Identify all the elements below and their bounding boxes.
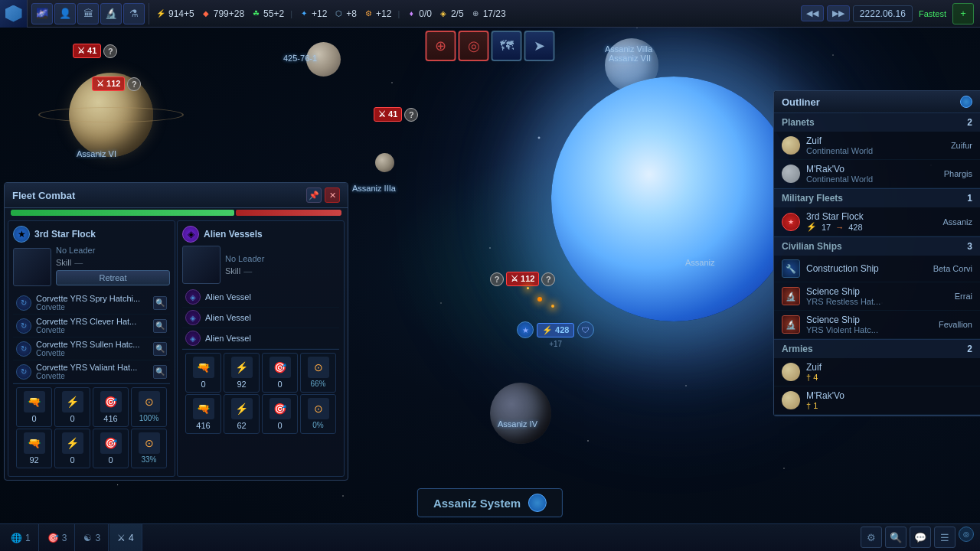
resource-consumer[interactable]: ✦ +12 — [299, 8, 327, 19]
friendly-weapon-4[interactable]: ⊙ 100% — [131, 387, 167, 427]
scan-button-2[interactable]: 🔍 — [153, 319, 167, 333]
enemy-weapon-6[interactable]: ⚡ 62 — [224, 394, 260, 434]
outliner-armies-header[interactable]: Armies 2 — [774, 340, 980, 358]
outliner-construction-ship[interactable]: 🔧 Construction Ship Beta Corvi — [774, 256, 980, 282]
friendly-fleet-marker[interactable]: ★ ⚡ 428 🛡 +17 — [517, 321, 594, 348]
speed-decrease-button[interactable]: ◀◀ — [801, 5, 824, 21]
outliner-science-ship-1[interactable]: 🔬 Science Ship YRS Restless Hat... Errai — [774, 282, 980, 311]
add-button[interactable]: + — [952, 3, 974, 24]
toolbar-combat-button[interactable]: ⊕ — [426, 31, 456, 61]
enemy-ship-row-2[interactable]: ◈ Alien Vessel — [182, 308, 339, 328]
outliner-fleet-3rdflock[interactable]: ★ 3rd Star Flock ⚡ 17 → 428 Assaniz — [774, 207, 980, 236]
outliner-civilian-header[interactable]: Civilian Ships 3 — [774, 237, 980, 256]
outliner-planet-zuif[interactable]: Zuif Continental World Zuifur — [774, 132, 980, 160]
enemy-marker-1[interactable]: ⚔ 41 ? — [73, 44, 117, 58]
minimap-button[interactable]: ◎ — [959, 527, 974, 542]
resource-alloys[interactable]: ⬡ +8 — [333, 8, 357, 19]
empire-emblem-button[interactable] — [0, 0, 28, 28]
enemy-ship-info-3: Alien Vessel — [205, 334, 336, 343]
enemy-q-center: ? — [490, 272, 504, 286]
enemy-ship-row-1[interactable]: ◈ Alien Vessel — [182, 287, 339, 308]
enemy-weapon-3[interactable]: 🎯 0 — [262, 353, 298, 393]
top-right-controls: ◀◀ ▶▶ 2222.06.16 Fastest + — [795, 3, 980, 24]
resource-influence[interactable]: ◈ 2/5 — [438, 8, 464, 19]
nav-species-button[interactable]: 👤 — [54, 3, 76, 24]
enemy-weapon-val-3: 0 — [266, 380, 294, 389]
bottom-chat-button[interactable]: 💬 — [910, 527, 931, 548]
friendly-weapon-5[interactable]: 🔫 92 — [16, 429, 52, 468]
food-value: 55+2 — [263, 8, 284, 19]
enemy-ship-info-2: Alien Vessel — [205, 313, 336, 322]
resource-energy[interactable]: ⚡ 914+5 — [155, 8, 194, 19]
army-info-mrakvo: M'Rak'Vo † 1 — [806, 390, 972, 410]
friendly-weapon-8[interactable]: ⊙ 33% — [131, 429, 167, 468]
friendly-ship-row-3[interactable]: ↻ Corvette YRS Sullen Hatc... Corvette 🔍 — [13, 337, 170, 360]
friendly-weapon-7[interactable]: 🎯 0 — [93, 429, 129, 468]
enemy-weapon-8[interactable]: ⊙ 0% — [300, 394, 336, 434]
sep-1: | — [290, 9, 292, 18]
friendly-ship-row-2[interactable]: ↻ Corvette YRS Clever Hat... Corvette 🔍 — [13, 315, 170, 337]
bottom-settings-button[interactable]: ⚙ — [861, 527, 882, 548]
enemy-weapon-7[interactable]: 🎯 0 — [262, 394, 298, 434]
outliner-planets-header[interactable]: Planets 2 — [774, 113, 980, 132]
combat-spark-3 — [527, 287, 529, 289]
bottom-tab-2[interactable]: 🎯 3 — [40, 524, 76, 551]
outliner-planet-mrakvo[interactable]: M'Rak'Vo Continental World Phargis — [774, 160, 980, 188]
bottom-tab-1[interactable]: 🌐 1 — [3, 524, 39, 551]
panel-close-button[interactable]: ✕ — [325, 187, 340, 203]
outliner-army-zuif[interactable]: Zuif † 4 — [774, 358, 980, 386]
speed-increase-button[interactable]: ▶▶ — [827, 5, 850, 21]
enemy-ship-row-3[interactable]: ◈ Alien Vessel — [182, 328, 339, 349]
resource-food[interactable]: ☘ 55+2 — [250, 8, 284, 19]
nav-tech-button[interactable]: 🔬 — [100, 3, 122, 24]
scan-button-1[interactable]: 🔍 — [153, 296, 167, 310]
enemy-weapon-icon-1: 🔫 — [193, 357, 214, 378]
bottom-menu-button[interactable]: ☰ — [934, 527, 956, 548]
nav-galaxy-button[interactable]: 🌌 — [31, 3, 53, 24]
scan-button-3[interactable]: 🔍 — [153, 342, 167, 356]
friendly-weapons-grid-1: 🔫 0 ⚡ 0 🎯 416 ⊙ 100% — [16, 387, 167, 427]
bottom-search-button[interactable]: 🔍 — [885, 527, 906, 548]
enemy-weapon-2[interactable]: ⚡ 92 — [224, 353, 260, 393]
toolbar-nav-button[interactable]: ➤ — [524, 31, 555, 61]
retreat-button[interactable]: Retreat — [56, 270, 170, 285]
system-globe-icon[interactable] — [528, 494, 547, 512]
outliner-globe-icon[interactable] — [960, 96, 972, 108]
friendly-weapon-2[interactable]: ⚡ 0 — [54, 387, 90, 427]
scan-button-4[interactable]: 🔍 — [153, 365, 167, 379]
outliner-panel: Outliner Planets 2 Zuif Continental Worl… — [773, 90, 980, 416]
nav-leaders-button[interactable]: ⚗ — [123, 3, 145, 24]
bottom-tab-3[interactable]: ☯ 3 — [76, 524, 109, 551]
enemy-marker-2[interactable]: ⚔ 112 ? — [92, 77, 141, 91]
bottom-tab-4[interactable]: ⚔ 4 — [109, 524, 142, 551]
planet-icon-mrakvo — [782, 165, 800, 183]
outliner-army-mrakvo[interactable]: M'Rak'Vo † 1 — [774, 386, 980, 415]
ship-name-4: Corvette YRS Valiant Hat... — [36, 363, 143, 372]
outliner-planets-section: Planets 2 Zuif Continental World Zuifur … — [774, 113, 980, 189]
enemy-weapon-1[interactable]: 🔫 0 — [185, 353, 221, 393]
friendly-leader-portrait — [13, 248, 51, 286]
enemy-ship-info-1: Alien Vessel — [205, 292, 336, 302]
friendly-weapon-1[interactable]: 🔫 0 — [16, 387, 52, 427]
enemy-marker-3[interactable]: ⚔ 41 ? — [374, 107, 418, 122]
toolbar-map-button[interactable]: 🗺 — [492, 31, 522, 61]
resource-sprawl[interactable]: ⊕ 17/23 — [470, 8, 506, 19]
friendly-ship-row-1[interactable]: ↻ Corvette YRS Spry Hatchi... Corvette 🔍 — [13, 292, 170, 315]
outliner-military-header[interactable]: Military Fleets 1 — [774, 189, 980, 207]
enemy-weapon-5[interactable]: 🔫 416 — [185, 394, 221, 434]
nav-empire-button[interactable]: 🏛 — [77, 3, 99, 24]
enemy-weapon-4[interactable]: ⊙ 66% — [300, 353, 336, 393]
resource-research[interactable]: ⚙ +12 — [363, 8, 391, 19]
friendly-ship-row-4[interactable]: ↻ Corvette YRS Valiant Hat... Corvette 🔍 — [13, 360, 170, 383]
enemy-marker-center[interactable]: ? ⚔ 112 ? — [490, 272, 555, 286]
resource-minerals[interactable]: ◆ 799+28 — [201, 8, 244, 19]
resource-unity[interactable]: ♦ 0/0 — [406, 8, 432, 19]
enemy-weapon-val-6: 62 — [227, 421, 256, 430]
friendly-weapon-6[interactable]: ⚡ 0 — [54, 429, 90, 468]
outliner-science-ship-2[interactable]: 🔬 Science Ship YRS Violent Hatc... Feval… — [774, 311, 980, 339]
toolbar-target-button[interactable]: ◎ — [459, 31, 489, 61]
panel-pin-button[interactable]: 📌 — [306, 187, 322, 203]
planet-assaniz-iv[interactable] — [490, 383, 551, 444]
empire-emblem-shape — [5, 5, 22, 22]
friendly-weapon-3[interactable]: 🎯 416 — [93, 387, 129, 427]
